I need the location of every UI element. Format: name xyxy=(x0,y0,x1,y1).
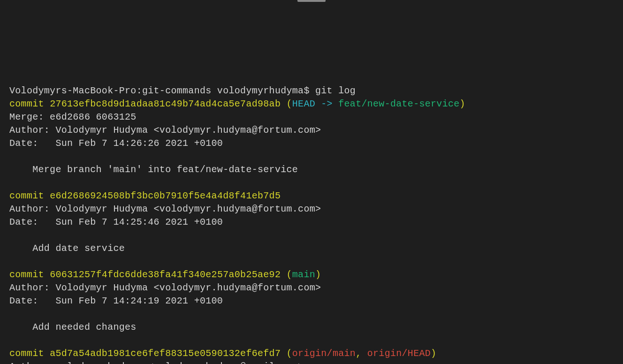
merge-line: Merge: e6d2686 6063125 xyxy=(9,112,137,122)
commit-hash: 27613efbc8d9d1adaa81c49b74ad4ca5e7ad98ab xyxy=(50,99,281,109)
author-line: Author: volodymyrhudyma <volodymyrhudyma… xyxy=(9,361,304,364)
branch-ref: main xyxy=(292,269,315,280)
refs-close: ) xyxy=(460,99,465,109)
commit-message: Add date service xyxy=(9,243,125,254)
commit-hash: a5d7a54adb1981ce6fef88315e0590132ef6efd7 xyxy=(50,348,281,359)
refs-comma: , xyxy=(356,348,367,359)
prompt-host: Volodymyrs-MacBook-Pro:git-commands volo… xyxy=(9,85,315,96)
commit-label: commit xyxy=(9,190,50,201)
refs-open: ( xyxy=(281,99,292,109)
refs-close: ) xyxy=(431,348,436,359)
tab-indicator xyxy=(297,0,326,2)
commit-label: commit xyxy=(9,348,50,359)
commit-label: commit xyxy=(9,269,50,280)
commit-label: commit xyxy=(9,99,50,109)
commit-hash: 60631257f4fdc6dde38fa41f340e257a0b25ae92 xyxy=(50,269,281,280)
author-line: Author: Volodymyr Hudyma <volodymyr.hudy… xyxy=(9,204,321,214)
terminal-output[interactable]: Volodymyrs-MacBook-Pro:git-commands volo… xyxy=(9,84,614,364)
command-text: git log xyxy=(315,85,356,96)
commit-hash: e6d2686924508bf3bc0b7910f5e4a4d8f41eb7d5 xyxy=(50,190,281,201)
commit-message: Add needed changes xyxy=(9,322,137,333)
refs-open: ( xyxy=(281,269,292,280)
author-line: Author: Volodymyr Hudyma <volodymyr.hudy… xyxy=(9,282,321,293)
head-ref: HEAD -> xyxy=(292,99,338,109)
date-line: Date: Sun Feb 7 14:24:19 2021 +0100 xyxy=(9,296,223,306)
commit-message: Merge branch 'main' into feat/new-date-s… xyxy=(9,164,298,175)
remote-ref: origin/HEAD xyxy=(367,348,431,359)
author-line: Author: Volodymyr Hudyma <volodymyr.hudy… xyxy=(9,125,321,136)
remote-ref: origin/main xyxy=(292,348,356,359)
date-line: Date: Sun Feb 7 14:26:26 2021 +0100 xyxy=(9,138,223,149)
date-line: Date: Sun Feb 7 14:25:46 2021 +0100 xyxy=(9,217,223,228)
branch-ref: feat/new-date-service xyxy=(338,99,459,109)
refs-close: ) xyxy=(315,269,321,280)
refs-open: ( xyxy=(281,348,292,359)
